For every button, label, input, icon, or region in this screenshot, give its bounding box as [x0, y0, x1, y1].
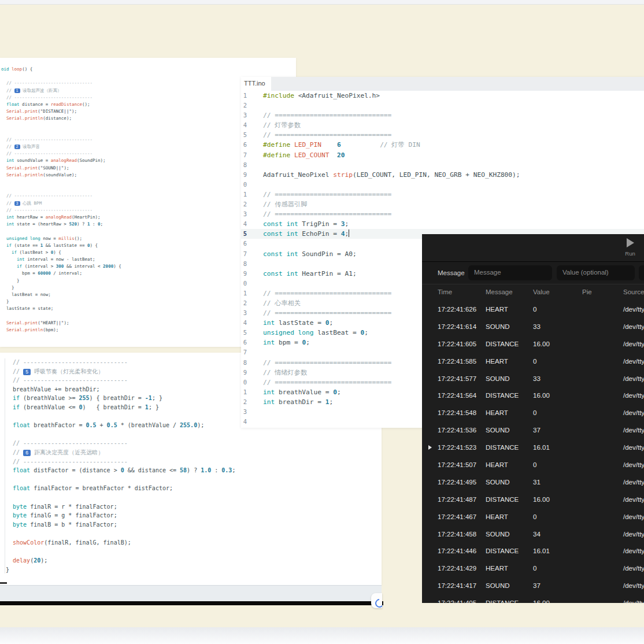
floating-compass-button[interactable] — [371, 593, 382, 608]
indent-guide — [5, 358, 5, 573]
log-row[interactable]: 17:22:41:446DISTANCE16.01/dev/tty — [422, 543, 644, 560]
log-message: DISTANCE — [486, 444, 519, 451]
editor-line[interactable]: 3// ============================== — [241, 110, 644, 120]
code-line: lastState = state; — [1, 305, 121, 312]
log-message: SOUND — [486, 479, 510, 486]
editor-line[interactable]: 1// ============================== — [241, 190, 644, 199]
log-time: 17:22:41:614 — [438, 323, 476, 330]
line-number: 5 — [241, 130, 247, 140]
editor-line[interactable]: 3// ============================== — [241, 209, 644, 219]
code-line: } — [6, 565, 235, 575]
extra-input[interactable] — [639, 265, 644, 280]
log-row[interactable]: 17:22:41:487DISTANCE16.00/dev/tty — [422, 491, 644, 509]
code-line — [1, 123, 121, 129]
line-number: 2 — [241, 199, 247, 209]
log-value: 0 — [533, 358, 536, 365]
line-number: 3 — [241, 308, 247, 318]
code-line: unsigned long now = millis(); — [1, 235, 121, 242]
message-input[interactable]: Message — [468, 265, 552, 280]
log-message: SOUND — [486, 323, 510, 330]
log-row[interactable]: 17:22:41:548HEART0/dev/tty — [422, 405, 644, 422]
code-line: float breathFactor = 0.5 + 0.5 * (breath… — [6, 421, 235, 430]
log-message: HEART — [486, 565, 508, 572]
log-row[interactable]: 17:22:41:626HEART0/dev/tty — [422, 301, 644, 319]
editor-line[interactable]: 1#include <Adafruit_NeoPixel.h> — [241, 91, 644, 101]
log-row[interactable]: 17:22:41:495SOUND31/dev/tty — [422, 474, 644, 491]
value-input[interactable]: Value (optional) — [557, 265, 635, 280]
log-row[interactable]: 17:22:41:605DISTANCE16.00/dev/tty — [422, 336, 644, 353]
log-row[interactable]: 17:22:41:458SOUND34/dev/tty — [422, 526, 644, 543]
tab-ttt-ino[interactable]: TTT.ino — [241, 77, 271, 91]
line-number: 1 — [241, 288, 247, 298]
line-content: int lastState = 0; — [263, 319, 333, 327]
log-message: SOUND — [486, 427, 510, 434]
log-message: DISTANCE — [486, 547, 519, 554]
code-line — [1, 73, 121, 80]
editor-tab-bar: TTT.ino — [241, 77, 644, 91]
log-row[interactable]: 17:22:41:417SOUND37/dev/tty — [422, 578, 644, 595]
log-time: 17:22:41:626 — [438, 306, 476, 313]
log-row[interactable]: 17:22:41:585HEART0/dev/tty — [422, 353, 644, 371]
code-line — [6, 547, 235, 556]
code-line: // ------------------------------ — [1, 150, 121, 157]
log-row[interactable]: 17:22:41:536SOUND37/dev/tty — [422, 422, 644, 439]
editor-line[interactable]: 7#define LED_COUNT 20 — [241, 150, 644, 160]
log-value: 0 — [533, 513, 536, 520]
code-line: byte finalB = b * finalFactor; — [6, 520, 235, 530]
editor-line[interactable]: 0 — [241, 180, 644, 190]
editor-line[interactable]: 6#define LED_PIN 6 // 灯带 DIN — [241, 140, 644, 150]
line-number: 8 — [241, 358, 247, 368]
row-marker-icon — [428, 445, 432, 450]
code-line: bpm = 60000 / interval; — [1, 270, 121, 277]
log-source: /dev/tty — [623, 306, 644, 313]
editor-line[interactable]: 2 — [241, 101, 644, 110]
log-row[interactable]: 17:22:41:564DISTANCE16.00/dev/tty — [422, 387, 644, 405]
log-row[interactable]: 17:22:41:614SOUND33/dev/tty — [422, 319, 644, 336]
code-line: int soundValue = analogRead(SoundPin); — [1, 157, 121, 164]
log-source: /dev/tty — [623, 444, 644, 451]
log-source: /dev/tty — [623, 375, 644, 382]
code-line: Serial.print("HEART||"); — [1, 320, 121, 327]
log-row[interactable]: 17:22:41:523DISTANCE16.01/dev/tty — [422, 439, 644, 457]
line-number: 4 — [241, 417, 247, 427]
run-button[interactable]: Run — [620, 237, 640, 259]
line-number: 3 — [241, 209, 247, 219]
editor-line[interactable]: 4// 灯带参数 — [241, 120, 644, 130]
line-number: 3 — [241, 110, 247, 120]
editor-line[interactable]: 5// ============================== — [241, 130, 644, 140]
line-content: #define LED_COUNT 20 — [263, 151, 345, 159]
line-content: // ============================== — [263, 191, 391, 198]
log-source: /dev/tty — [623, 340, 644, 347]
line-content: // 情绪灯参数 — [263, 369, 307, 376]
desktop: oid loop() { // ------------------------… — [0, 0, 644, 644]
log-value: 31 — [533, 479, 541, 486]
column-header-value: Value — [533, 288, 550, 295]
line-number: 4 — [241, 120, 247, 130]
code-line: int interval = now - lastBeat; — [1, 256, 121, 263]
editor-line[interactable]: 2// 传感器引脚 — [241, 199, 644, 209]
window-resize-dash — [0, 582, 7, 584]
log-source: /dev/tty — [623, 582, 644, 589]
code-line: if (breathValue <= 0) { breathDir = 1; } — [6, 403, 235, 412]
log-row[interactable]: 17:22:41:429HEART0/dev/tty — [422, 560, 644, 578]
log-row[interactable]: 17:22:41:405DISTANCE16.00/dev/tty — [422, 595, 644, 603]
line-content: int breathDir = 1; — [263, 398, 333, 406]
editor-line[interactable]: 8 — [241, 160, 644, 170]
log-message: HEART — [486, 358, 508, 365]
editor-line[interactable]: 4const int TrigPin = 3; — [241, 219, 644, 229]
line-number: 0 — [241, 377, 247, 387]
line-number: 9 — [241, 269, 247, 279]
log-row[interactable]: 17:22:41:467HEART0/dev/tty — [422, 509, 644, 526]
log-message: HEART — [486, 461, 508, 468]
code-line: } — [1, 284, 121, 291]
log-message: DISTANCE — [486, 392, 519, 399]
log-source: /dev/tty — [623, 599, 644, 603]
code-line — [6, 493, 235, 502]
os-top-strip — [0, 0, 644, 5]
log-row[interactable]: 17:22:41:507HEART0/dev/tty — [422, 457, 644, 474]
code-line — [1, 179, 121, 186]
code-line: byte finalR = r * finalFactor; — [6, 502, 235, 512]
message-compose-row: Message Message Value (optional) — [422, 262, 644, 284]
log-row[interactable]: 17:22:41:577SOUND33/dev/tty — [422, 371, 644, 388]
editor-line[interactable]: 9Adafruit_NeoPixel strip(LED_COUNT, LED_… — [241, 170, 644, 180]
